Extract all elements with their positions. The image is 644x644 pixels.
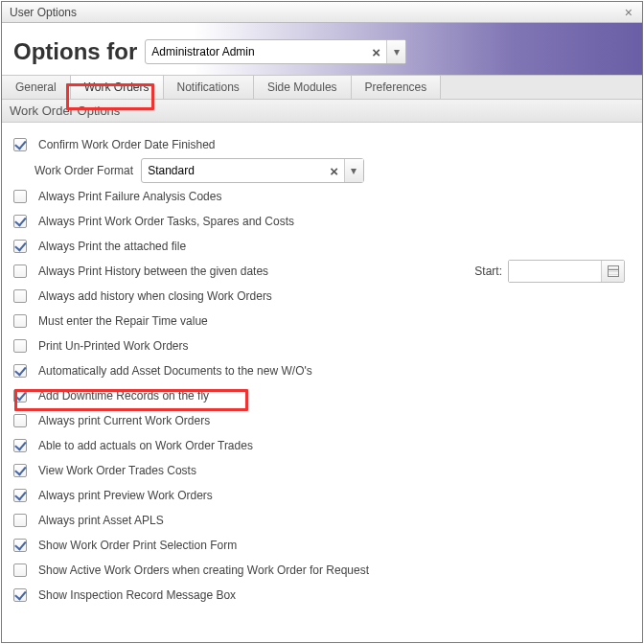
option-row: Always Print Failure Analysis Codes (12, 184, 632, 209)
option-row: Always Print History between the given d… (12, 259, 632, 284)
tab-preferences[interactable]: Preferences (352, 76, 442, 99)
option-label: Automatically add Asset Documents to the… (38, 364, 312, 378)
checkbox[interactable] (13, 314, 27, 328)
user-options-window: User Options × Options for × ▾ General W… (1, 1, 643, 643)
tab-work-orders[interactable]: Work Orders (71, 76, 164, 99)
checkbox[interactable] (13, 339, 27, 353)
checkbox[interactable] (13, 364, 27, 378)
option-label: Always Print Failure Analysis Codes (38, 190, 221, 203)
option-row: Add Downtime Records on the fly (12, 383, 632, 408)
checkbox[interactable] (13, 489, 27, 502)
option-row: Always print Asset APLS (12, 508, 632, 533)
checkbox[interactable] (13, 215, 27, 228)
wof-label: Work Order Format (34, 164, 133, 177)
option-label: Always print Asset APLS (38, 514, 164, 527)
checkbox[interactable] (13, 539, 27, 552)
option-row: Always print Current Work Orders (12, 408, 632, 433)
option-label: Always print Current Work Orders (38, 414, 210, 427)
tab-general[interactable]: General (2, 76, 71, 99)
titlebar: User Options × (2, 2, 642, 23)
option-label: Show Inspection Record Message Box (38, 588, 236, 602)
option-label: Always add history when closing Work Ord… (38, 289, 272, 303)
start-block: Start: (474, 260, 632, 283)
chevron-down-icon[interactable]: ▾ (386, 40, 405, 63)
option-row: Confirm Work Order Date Finished (12, 132, 632, 157)
checkbox[interactable] (13, 264, 27, 278)
option-row: Always Print the attached file (12, 234, 632, 259)
tab-notifications[interactable]: Notifications (164, 76, 254, 99)
option-row: Show Work Order Print Selection Form (12, 533, 632, 558)
start-date-field[interactable] (508, 260, 625, 283)
checkbox[interactable] (13, 138, 27, 151)
option-label: Print Un-Printed Work Orders (38, 339, 189, 353)
option-label: Add Downtime Records on the fly (38, 389, 209, 402)
checkbox[interactable] (13, 588, 27, 602)
option-label: Must enter the Repair Time value (38, 314, 208, 328)
option-label: Show Active Work Orders when creating Wo… (38, 564, 369, 577)
calendar-icon[interactable] (601, 261, 624, 282)
work-order-format-row: Work Order Format × ▾ (12, 157, 632, 184)
checkbox[interactable] (13, 564, 27, 577)
window-title: User Options (10, 2, 77, 23)
checkbox[interactable] (13, 514, 27, 527)
clear-icon[interactable]: × (324, 163, 344, 179)
option-row: Show Active Work Orders when creating Wo… (12, 558, 632, 583)
option-row: View Work Order Trades Costs (12, 458, 632, 483)
option-row: Show Inspection Record Message Box (12, 583, 632, 608)
option-row: Always add history when closing Work Ord… (12, 284, 632, 309)
clear-icon[interactable]: × (366, 44, 386, 60)
start-date-input[interactable] (509, 261, 601, 282)
tab-side-modules[interactable]: Side Modules (254, 76, 352, 99)
option-label: Always Print Work Order Tasks, Spares an… (38, 215, 294, 228)
close-icon[interactable]: × (621, 2, 636, 23)
checkbox[interactable] (13, 439, 27, 452)
checkbox[interactable] (13, 289, 27, 303)
option-row: Print Un-Printed Work Orders (12, 334, 632, 358)
start-label: Start: (474, 264, 502, 278)
option-row: Automatically add Asset Documents to the… (12, 358, 632, 383)
checkbox[interactable] (13, 414, 27, 427)
checkbox[interactable] (13, 240, 27, 253)
user-field[interactable] (146, 40, 366, 63)
option-row: Able to add actuals on Work Order Trades (12, 433, 632, 458)
option-label: Always Print the attached file (38, 240, 186, 253)
checkbox[interactable] (13, 190, 27, 203)
option-label: Always print Preview Work Orders (38, 489, 213, 502)
wof-field[interactable] (142, 159, 324, 182)
checkbox[interactable] (13, 389, 27, 402)
option-row: Always Print Work Order Tasks, Spares an… (12, 209, 632, 234)
tab-bar: General Work Orders Notifications Side M… (2, 75, 642, 100)
options-panel: Confirm Work Order Date Finished Work Or… (2, 123, 642, 611)
option-label: Always Print History between the given d… (38, 264, 268, 278)
option-row: Always print Preview Work Orders (12, 483, 632, 508)
chevron-down-icon[interactable]: ▾ (344, 159, 363, 182)
option-label: Confirm Work Order Date Finished (38, 138, 216, 151)
wof-combo[interactable]: × ▾ (141, 158, 364, 183)
checkbox[interactable] (13, 464, 27, 477)
header-label: Options for (13, 38, 137, 65)
option-label: Show Work Order Print Selection Form (38, 539, 237, 552)
option-label: View Work Order Trades Costs (38, 464, 196, 477)
header-band: Options for × ▾ (2, 23, 642, 75)
user-combo[interactable]: × ▾ (145, 39, 406, 64)
section-heading: Work Order Options (2, 100, 642, 123)
option-label: Able to add actuals on Work Order Trades (38, 439, 253, 452)
option-row: Must enter the Repair Time value (12, 309, 632, 334)
